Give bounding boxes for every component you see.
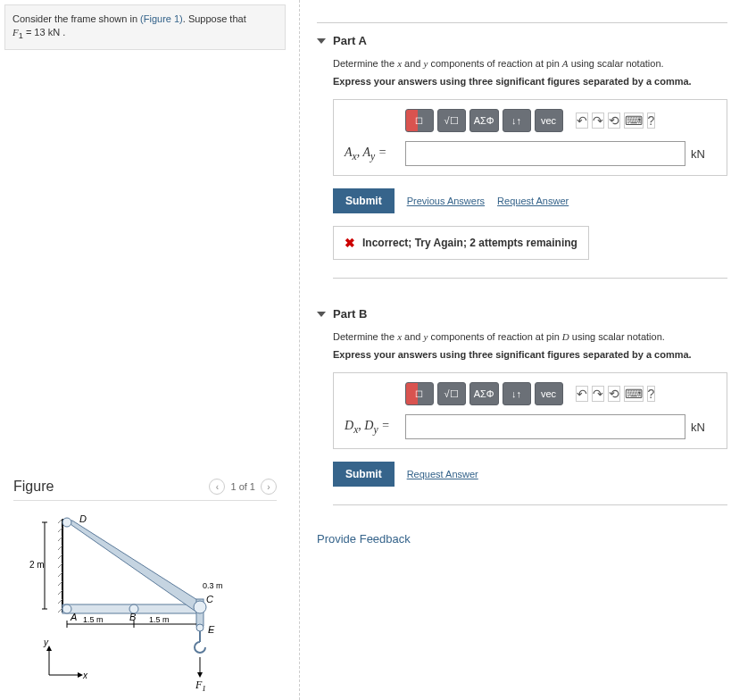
part-b-description: Determine the x and y components of reac…: [317, 329, 727, 347]
part-a-previous-answers-link[interactable]: Previous Answers: [407, 196, 485, 206]
part-a-toolbar: ☐ √☐ ΑΣΦ ↓↑ vec ↶ ↷ ⟲ ⌨ ?: [345, 109, 716, 141]
svg-text:x: x: [82, 671, 88, 680]
caret-down-icon: [317, 312, 326, 317]
part-b-section: Part B Determine the x and y components …: [317, 296, 727, 523]
undo-button[interactable]: ↶: [576, 112, 588, 129]
part-a-section: Part A Determine the x and y components …: [317, 22, 727, 296]
help-button[interactable]: ?: [647, 112, 656, 129]
reset-button[interactable]: ⟲: [608, 112, 620, 129]
arrows-tool-button[interactable]: ↓↑: [503, 109, 531, 132]
part-a-feedback-message: ✖ Incorrect; Try Again; 2 attempts remai…: [333, 226, 589, 260]
part-a-answer-box: ☐ √☐ ΑΣΦ ↓↑ vec ↶ ↷ ⟲ ⌨ ? Ax, Ay = kN: [333, 99, 727, 176]
figure-counter: 1 of 1: [230, 481, 255, 492]
reset-button[interactable]: ⟲: [608, 386, 620, 402]
part-a-submit-button[interactable]: Submit: [333, 188, 395, 213]
template-tool-button[interactable]: ☐: [405, 109, 434, 132]
figure-next-button[interactable]: ›: [261, 479, 277, 495]
part-b-answer-box: ☐ √☐ ΑΣΦ ↓↑ vec ↶ ↷ ⟲ ⌨ ? Dx, Dy = kN: [333, 372, 727, 449]
part-a-description: Determine the x and y components of reac…: [317, 56, 727, 74]
redo-button[interactable]: ↷: [592, 386, 604, 402]
greek-tool-button[interactable]: ΑΣΦ: [469, 109, 499, 132]
part-b-title: Part B: [333, 307, 367, 321]
figure-title: Figure: [13, 479, 54, 495]
svg-text:A: A: [70, 612, 77, 622]
incorrect-x-icon: ✖: [345, 236, 355, 250]
part-a-feedback-text: Incorrect; Try Again; 2 attempts remaini…: [362, 237, 577, 249]
svg-text:2 m: 2 m: [29, 560, 45, 570]
svg-text:y: y: [43, 638, 49, 647]
column-divider: [299, 0, 300, 700]
problem-unit: kN: [48, 27, 60, 38]
part-b-collapse-toggle[interactable]: Part B: [317, 307, 727, 329]
redo-button[interactable]: ↷: [592, 112, 604, 129]
part-b-unit: kN: [691, 421, 716, 434]
keyboard-button[interactable]: ⌨: [624, 386, 644, 402]
part-a-instruction: Express your answers using three signifi…: [317, 74, 727, 99]
part-b-answer-input[interactable]: [405, 414, 685, 439]
figure-image: 2 m 1.5 m 1.5 m 0.3 m D A B C E F1: [13, 510, 263, 697]
template-tool-button[interactable]: ☐: [405, 382, 434, 405]
svg-text:B: B: [129, 612, 136, 622]
greek-tool-button[interactable]: ΑΣΦ: [469, 382, 499, 405]
svg-point-15: [62, 518, 71, 527]
part-a-answer-input[interactable]: [405, 141, 685, 166]
svg-point-18: [194, 601, 206, 613]
provide-feedback-link[interactable]: Provide Feedback: [317, 532, 411, 546]
svg-text:1.5 m: 1.5 m: [83, 615, 104, 624]
problem-text-suffix: . Suppose that: [183, 13, 246, 24]
part-a-title: Part A: [333, 34, 367, 47]
svg-text:C: C: [206, 594, 213, 604]
part-b-request-answer-link[interactable]: Request Answer: [407, 469, 478, 479]
part-a-unit: kN: [691, 147, 716, 161]
problem-var: F: [12, 27, 19, 38]
figure-link[interactable]: (Figure 1): [140, 13, 183, 24]
svg-text:1.5 m: 1.5 m: [149, 615, 170, 624]
part-b-toolbar: ☐ √☐ ΑΣΦ ↓↑ vec ↶ ↷ ⟲ ⌨ ?: [345, 382, 716, 414]
svg-text:0.3 m: 0.3 m: [203, 581, 223, 590]
part-b-instruction: Express your answers using three signifi…: [317, 347, 727, 372]
part-b-answer-label: Dx, Dy =: [345, 419, 400, 436]
vec-tool-button[interactable]: vec: [535, 382, 563, 405]
svg-text:F1: F1: [195, 679, 206, 693]
part-a-request-answer-link[interactable]: Request Answer: [497, 196, 569, 206]
svg-point-19: [196, 624, 204, 631]
help-button[interactable]: ?: [647, 386, 656, 402]
vec-tool-button[interactable]: vec: [535, 109, 563, 132]
figure-prev-button[interactable]: ‹: [209, 479, 225, 495]
part-b-submit-button[interactable]: Submit: [333, 462, 395, 487]
caret-down-icon: [317, 38, 326, 44]
keyboard-button[interactable]: ⌨: [624, 112, 644, 129]
problem-eq: = 13: [23, 27, 48, 38]
part-a-collapse-toggle[interactable]: Part A: [317, 34, 727, 56]
svg-text:D: D: [79, 513, 87, 524]
part-a-answer-label: Ax, Ay =: [345, 146, 400, 162]
sqrt-tool-button[interactable]: √☐: [437, 382, 466, 405]
problem-period: .: [60, 27, 65, 38]
sqrt-tool-button[interactable]: √☐: [437, 109, 466, 132]
svg-marker-13: [65, 521, 204, 612]
svg-text:E: E: [208, 624, 215, 635]
figure-panel: Figure ‹ 1 of 1 ›: [4, 479, 286, 697]
problem-text-prefix: Consider the frame shown in: [12, 13, 140, 24]
undo-button[interactable]: ↶: [576, 386, 588, 402]
arrows-tool-button[interactable]: ↓↑: [503, 382, 531, 405]
problem-statement: Consider the frame shown in (Figure 1). …: [4, 4, 286, 50]
